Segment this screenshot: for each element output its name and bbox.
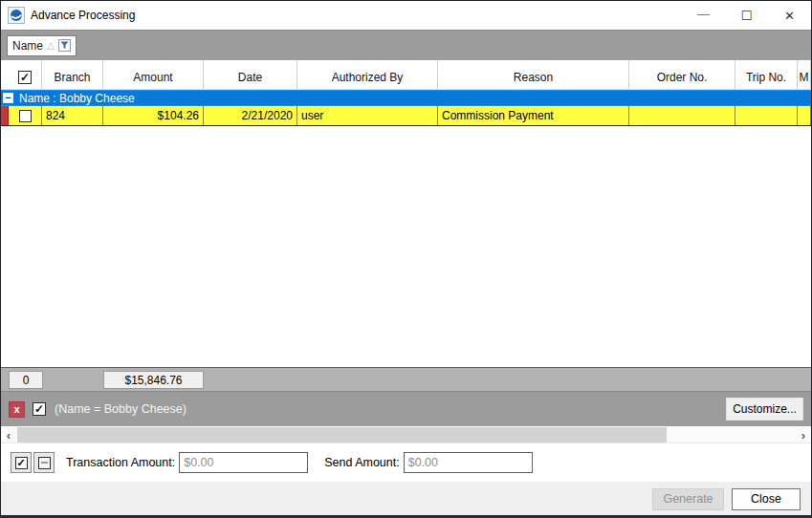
customize-button[interactable]: Customize... (726, 398, 803, 421)
column-header-reason[interactable]: Reason (438, 60, 629, 89)
column-header-authorized-by[interactable]: Authorized By (297, 60, 438, 89)
cell-reason: Commission Payment (438, 106, 629, 125)
footer-panel: ✓ Transaction Amount: Send Amount: (1, 443, 811, 482)
send-amount-label: Send Amount: (324, 456, 400, 469)
column-header-trip-no[interactable]: Trip No. (735, 60, 798, 89)
cell-date: 2/21/2020 (204, 106, 297, 125)
cell-authorized-by: user (297, 106, 438, 125)
table-row[interactable]: 824 $104.26 2/21/2020 user Commission Pa… (1, 106, 811, 126)
column-header-amount[interactable]: Amount (103, 60, 204, 89)
checked-box-icon: ✓ (15, 457, 28, 469)
check-all-button[interactable]: ✓ (11, 452, 32, 473)
minimize-button[interactable]: — (682, 1, 725, 30)
advance-processing-window: Advance Processing — ☐ ✕ Name △ ✓ Branch… (0, 0, 812, 518)
cell-memo (798, 106, 811, 125)
cell-amount: $104.26 (103, 106, 204, 125)
maximize-button[interactable]: ☐ (725, 1, 768, 30)
scrollbar-thumb[interactable] (17, 427, 667, 442)
send-amount-input[interactable] (404, 452, 533, 473)
summary-amount-total: $15,846.76 (103, 371, 204, 389)
filter-enabled-checkbox[interactable]: ✓ (33, 402, 46, 416)
grid-header-row: ✓ Branch Amount Date Authorized By Reaso… (1, 60, 811, 90)
column-header-branch[interactable]: Branch (42, 60, 103, 89)
bottom-button-bar: Generate Close (1, 482, 811, 516)
generate-button[interactable]: Generate (652, 488, 724, 510)
select-all-header[interactable]: ✓ (9, 60, 42, 89)
group-row-bobby-cheese[interactable]: − Name : Bobby Cheese (1, 90, 811, 106)
transaction-amount-input[interactable] (179, 452, 308, 473)
title-bar: Advance Processing — ☐ ✕ (1, 1, 811, 30)
group-field-label: Name (12, 39, 43, 53)
column-header-order-no[interactable]: Order No. (629, 60, 735, 89)
active-filter-text: (Name = Bobby Cheese) (55, 402, 187, 416)
close-window-button[interactable]: ✕ (768, 1, 811, 30)
row-checkbox-unchecked[interactable] (19, 110, 32, 122)
uncheck-all-button[interactable] (33, 452, 55, 473)
scroll-left-arrow-icon[interactable]: ‹ (1, 426, 16, 443)
column-header-date[interactable]: Date (204, 60, 297, 89)
group-by-bar: Name △ (1, 30, 811, 60)
cell-order-no (629, 106, 735, 125)
scroll-right-arrow-icon[interactable]: › (796, 426, 811, 443)
column-header-memo-cut[interactable]: M (798, 60, 811, 89)
filter-icon[interactable] (58, 39, 71, 52)
cell-trip-no (735, 106, 798, 125)
summary-row: 0 $15,846.76 (1, 367, 811, 392)
horizontal-scrollbar[interactable]: ‹ › (1, 426, 811, 443)
row-indicator-header (1, 60, 9, 89)
window-controls: — ☐ ✕ (682, 1, 811, 30)
row-indicator (1, 106, 9, 125)
close-button[interactable]: Close (732, 488, 801, 510)
remove-filter-button[interactable]: x (9, 401, 25, 418)
group-by-name-chip[interactable]: Name △ (7, 35, 77, 56)
group-row-label: Name : Bobby Cheese (19, 92, 135, 105)
grid-empty-area (1, 126, 811, 367)
header-checkbox-checked[interactable]: ✓ (18, 71, 32, 84)
row-checkbox-cell[interactable] (9, 106, 42, 125)
sort-ascending-icon: △ (47, 40, 55, 51)
cell-branch: 824 (42, 106, 103, 125)
summary-count: 0 (9, 371, 43, 389)
unchecked-box-icon (38, 457, 51, 469)
collapse-group-icon[interactable]: − (3, 93, 13, 103)
filter-bar: x ✓ (Name = Bobby Cheese) Customize... (1, 392, 811, 426)
transaction-amount-label: Transaction Amount: (66, 456, 175, 469)
app-icon (8, 7, 25, 24)
window-title: Advance Processing (31, 9, 135, 22)
